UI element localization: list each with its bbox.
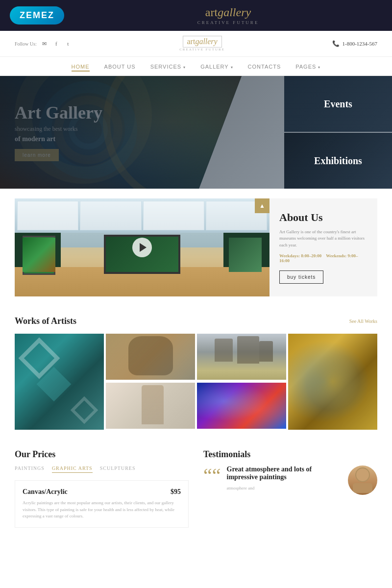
work-item-teal[interactable] xyxy=(15,334,104,430)
building-3 xyxy=(259,341,272,362)
tab-graphic-arts[interactable]: GRAPHIC ARTS xyxy=(52,466,93,473)
top-banner: ZEMEZ artgallery CREATIVE FUTURE xyxy=(0,0,392,31)
follow-us-label: Follow Us: xyxy=(15,41,37,47)
testimonial-card: ““ Great atmosphere and lots of impressi… xyxy=(203,466,377,495)
logo-gallery-small: gallery xyxy=(195,37,217,46)
nav-link-contacts[interactable]: CONTACTS xyxy=(248,64,281,70)
nav-link-services[interactable]: SERVICES ▾ xyxy=(150,64,186,70)
nav-link-about[interactable]: ABOUT US xyxy=(104,64,136,70)
avatar-head xyxy=(355,467,370,482)
diamond-shape-2 xyxy=(71,396,98,424)
nav-list: HOME ABOUT US SERVICES ▾ GALLERY ▾ CONTA… xyxy=(15,57,377,75)
price-card: Canvas/Acrylic $95 Acrylic paintings are… xyxy=(15,480,189,528)
ceiling-panel xyxy=(143,201,204,230)
hero-right-panels: Events Exhibitions xyxy=(284,76,392,189)
testimonial-text: Great atmosphere and lots of impressive … xyxy=(227,466,342,492)
top-bar-logo: artgallery CREATIVE FUTURE xyxy=(179,36,225,51)
scroll-up-button[interactable]: ▲ xyxy=(255,198,270,213)
artwork-1-inner xyxy=(23,238,56,272)
prices-section: Our Prices PAINTINGS GRAPHIC ARTS SCULPT… xyxy=(15,449,189,528)
about-text-panel: About Us Art Gallery is one of the count… xyxy=(270,198,377,296)
nav-link-pages[interactable]: PAGES ▾ xyxy=(295,64,320,70)
top-bar-wrapper: Follow Us: ✉ f t artgallery CREATIVE FUT… xyxy=(0,31,392,57)
art-butterfly-bg xyxy=(288,334,377,430)
about-hours: Weekdays: 8:00–20:00 Weekends: 9:00–16:0… xyxy=(279,253,368,263)
zemez-logo[interactable]: ZEMEZ xyxy=(10,6,64,24)
buy-tickets-button[interactable]: buy tickets xyxy=(279,270,323,284)
testimonial-title: Great atmosphere and lots of impressive … xyxy=(227,466,342,481)
about-description: Art Gallery is one of the country's fine… xyxy=(279,229,368,249)
price-tabs: PAINTINGS GRAPHIC ARTS SCULPTURES xyxy=(15,466,189,473)
exhibitions-label: Exhibitions xyxy=(314,155,362,167)
testimonials-title: Testimonials xyxy=(203,449,377,460)
art-street-bg xyxy=(197,334,286,380)
work-item-street[interactable] xyxy=(197,334,286,381)
prices-title: Our Prices xyxy=(15,449,189,460)
nav-item-services[interactable]: SERVICES ▾ xyxy=(150,62,186,71)
ceiling-panel xyxy=(17,201,78,230)
work-item-figure[interactable] xyxy=(106,383,195,430)
avatar-face xyxy=(348,466,377,495)
services-arrow: ▾ xyxy=(183,65,186,70)
play-button[interactable] xyxy=(132,238,152,257)
artwork-2 xyxy=(229,238,262,272)
art-abstract-bg xyxy=(197,383,286,429)
price-amount: $95 xyxy=(171,488,181,496)
pages-arrow: ▾ xyxy=(318,65,320,70)
about-title: About Us xyxy=(279,211,368,224)
logo-tagline: CREATIVE FUTURE xyxy=(179,48,225,51)
tab-sculptures[interactable]: SCULPTURES xyxy=(100,466,136,473)
ceiling-panel xyxy=(80,201,141,230)
email-icon[interactable]: ✉ xyxy=(41,40,49,48)
avatar-shoulders xyxy=(353,483,372,493)
hero-events-panel[interactable]: Events xyxy=(284,76,392,133)
phone-icon: 📞 xyxy=(332,40,340,48)
nav-link-home[interactable]: HOME xyxy=(72,64,90,72)
play-icon xyxy=(140,243,147,252)
ceiling-panels xyxy=(15,198,270,233)
nav-item-home[interactable]: HOME xyxy=(72,62,90,71)
art-teal-bg xyxy=(15,334,104,430)
phone-area: 📞 1-800-1234-567 xyxy=(332,40,377,48)
banner-tagline: CREATIVE FUTURE xyxy=(197,20,259,25)
building-1 xyxy=(215,339,232,362)
butterfly-gold xyxy=(306,353,359,411)
art-portrait-bg xyxy=(106,334,195,380)
works-header: Works of Artists See All Works xyxy=(15,316,377,326)
twitter-icon[interactable]: t xyxy=(64,40,72,48)
logo-gallery: gallery xyxy=(218,6,251,19)
work-item-butterfly[interactable] xyxy=(288,334,377,430)
hero-section: Art Gallery showcasing the best works of… xyxy=(0,76,392,189)
gallery-arrow: ▾ xyxy=(231,65,233,70)
price-description: Acrylic paintings are the most popular a… xyxy=(23,500,181,520)
works-title: Works of Artists xyxy=(15,316,76,326)
works-section: Works of Artists See All Works xyxy=(0,306,392,440)
about-video-wrapper: ▲ xyxy=(15,198,270,296)
events-label: Events xyxy=(324,98,352,110)
nav-item-contacts[interactable]: CONTACTS xyxy=(248,62,281,71)
nav-item-gallery[interactable]: GALLERY ▾ xyxy=(200,62,233,71)
see-all-works-link[interactable]: See All Works xyxy=(349,318,377,324)
hero-exhibitions-panel[interactable]: Exhibitions xyxy=(284,133,392,189)
art-figure-bg xyxy=(106,383,195,429)
nav-link-gallery[interactable]: GALLERY ▾ xyxy=(200,64,233,70)
building-2 xyxy=(237,336,260,364)
weekdays-label: Weekdays: xyxy=(279,253,300,258)
nav-item-about[interactable]: ABOUT US xyxy=(104,62,136,71)
figure-shape xyxy=(142,385,164,424)
tab-paintings[interactable]: PAINTINGS xyxy=(15,466,45,473)
top-bar: Follow Us: ✉ f t artgallery CREATIVE FUT… xyxy=(15,31,377,56)
bottom-section: Our Prices PAINTINGS GRAPHIC ARTS SCULPT… xyxy=(0,440,392,538)
logo-art: art xyxy=(205,6,218,19)
nav-item-pages[interactable]: PAGES ▾ xyxy=(295,62,320,71)
weekdays-hours: 8:00–20:00 xyxy=(301,253,321,258)
works-grid xyxy=(15,334,377,430)
work-item-abstract[interactable] xyxy=(197,383,286,430)
phone-number: 1-800-1234-567 xyxy=(342,41,377,47)
price-card-header: Canvas/Acrylic $95 xyxy=(23,488,181,496)
follow-us: Follow Us: ✉ f t xyxy=(15,40,72,48)
facebook-icon[interactable]: f xyxy=(52,40,60,48)
main-logo[interactable]: artgallery xyxy=(183,36,222,48)
banner-logo-text: artgallery xyxy=(197,6,259,19)
work-item-portrait[interactable] xyxy=(106,334,195,381)
